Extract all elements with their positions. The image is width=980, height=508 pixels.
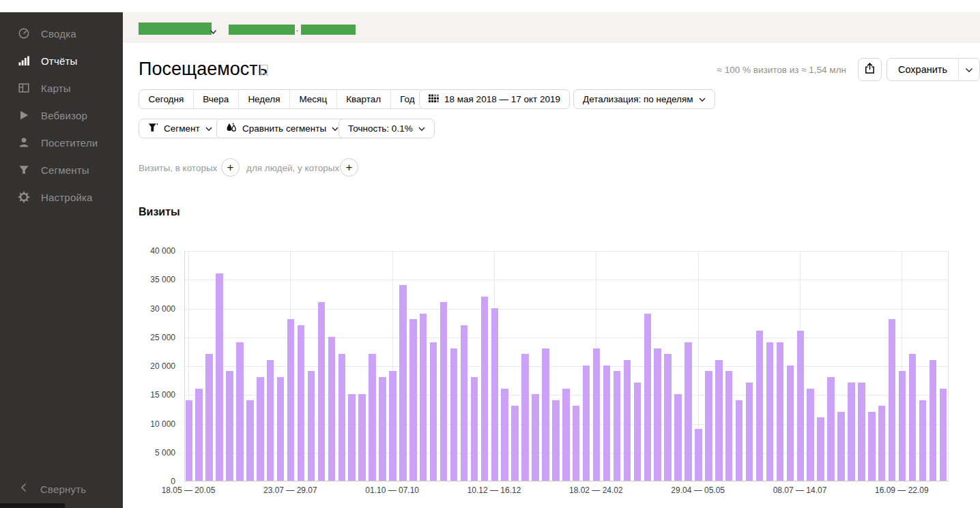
sidebar-item-webvisor[interactable]: Вебвизор bbox=[0, 102, 123, 129]
visits-bar[interactable] bbox=[195, 389, 203, 481]
sidebar-item-reports[interactable]: Отчёты bbox=[0, 47, 123, 74]
visits-bar[interactable] bbox=[705, 371, 712, 481]
visits-bar[interactable] bbox=[236, 342, 244, 481]
sidebar-item-visitors[interactable]: Посетители bbox=[0, 129, 123, 156]
period-quarter[interactable]: Квартал bbox=[336, 90, 390, 108]
visits-bar[interactable] bbox=[593, 348, 601, 481]
compare-segments-button[interactable]: Сравнить сегменты bbox=[216, 119, 348, 138]
sidebar-item-maps[interactable]: Карты bbox=[0, 74, 123, 102]
visits-bar[interactable] bbox=[603, 365, 611, 481]
accuracy-button[interactable]: Точность: 0.1% bbox=[338, 119, 435, 138]
visits-bar[interactable] bbox=[338, 354, 346, 481]
visits-bar[interactable] bbox=[246, 400, 254, 481]
period-month[interactable]: Месяц bbox=[289, 90, 336, 108]
visits-bar[interactable] bbox=[715, 360, 723, 481]
visits-bar[interactable] bbox=[450, 348, 458, 481]
visits-bar[interactable] bbox=[919, 400, 927, 481]
visits-bar[interactable] bbox=[399, 285, 407, 481]
visits-bar[interactable] bbox=[674, 394, 682, 481]
visits-bar[interactable] bbox=[940, 389, 947, 481]
visits-bar[interactable] bbox=[226, 371, 233, 481]
visits-bar[interactable] bbox=[511, 406, 519, 481]
period-yesterday[interactable]: Вчера bbox=[193, 90, 238, 108]
bookmark-icon[interactable] bbox=[259, 64, 269, 80]
visits-bar[interactable] bbox=[573, 406, 580, 481]
save-dropdown-button[interactable] bbox=[958, 59, 979, 80]
detail-level-button[interactable]: Детализация: по неделям bbox=[573, 89, 715, 109]
visits-bar[interactable] bbox=[491, 308, 499, 481]
visits-bar[interactable] bbox=[664, 354, 672, 481]
sidebar-item-summary[interactable]: Сводка bbox=[0, 20, 123, 47]
visits-bar[interactable] bbox=[369, 354, 376, 481]
visits-bar[interactable] bbox=[848, 383, 855, 481]
visits-bar[interactable] bbox=[440, 302, 448, 481]
visits-bar[interactable] bbox=[837, 412, 845, 481]
visits-bar[interactable] bbox=[257, 377, 264, 481]
sidebar-item-segments[interactable]: Сегменты bbox=[0, 156, 123, 183]
visits-bar[interactable] bbox=[521, 354, 529, 481]
visits-bar[interactable] bbox=[634, 383, 642, 481]
visits-bar[interactable] bbox=[471, 377, 478, 481]
visits-bar[interactable] bbox=[186, 400, 193, 481]
visits-bar[interactable] bbox=[318, 302, 326, 481]
visits-bar[interactable] bbox=[827, 377, 835, 481]
visits-bar[interactable] bbox=[420, 314, 427, 481]
visits-bar[interactable] bbox=[929, 360, 937, 481]
visits-bar[interactable] bbox=[267, 360, 274, 481]
visits-bar[interactable] bbox=[298, 325, 305, 481]
add-visit-condition-button[interactable]: + bbox=[221, 158, 240, 177]
visits-bar[interactable] bbox=[552, 400, 560, 481]
visits-bar[interactable] bbox=[736, 400, 743, 481]
visits-bar[interactable] bbox=[358, 394, 366, 481]
visits-bar[interactable] bbox=[501, 389, 508, 481]
visits-bar[interactable] bbox=[878, 406, 886, 481]
visits-bar[interactable] bbox=[348, 394, 356, 481]
save-button[interactable]: Сохранить bbox=[887, 59, 958, 80]
visits-bar[interactable] bbox=[684, 342, 692, 481]
visits-bar[interactable] bbox=[481, 297, 489, 481]
visits-bar[interactable] bbox=[287, 319, 295, 481]
visits-bar[interactable] bbox=[308, 371, 315, 481]
visits-bar[interactable] bbox=[899, 371, 906, 481]
sidebar-item-settings[interactable]: Настройка bbox=[0, 183, 123, 211]
segment-button[interactable]: Сегмент bbox=[139, 119, 222, 138]
redacted-counter-domain[interactable] bbox=[229, 25, 295, 35]
visits-bar[interactable] bbox=[562, 389, 570, 481]
visits-bar[interactable] bbox=[430, 342, 437, 481]
visits-bar[interactable] bbox=[858, 383, 865, 481]
visits-bar[interactable] bbox=[889, 319, 896, 481]
visits-bar[interactable] bbox=[654, 348, 661, 481]
visits-bar[interactable] bbox=[379, 377, 386, 481]
period-week[interactable]: Неделя bbox=[238, 90, 289, 108]
visits-bar[interactable] bbox=[695, 429, 702, 481]
visits-bar[interactable] bbox=[807, 389, 814, 481]
visits-bar[interactable] bbox=[644, 314, 652, 481]
visits-bar[interactable] bbox=[389, 371, 397, 481]
visits-bar[interactable] bbox=[787, 365, 794, 481]
visits-bar[interactable] bbox=[205, 354, 213, 481]
visits-bar[interactable] bbox=[216, 273, 223, 481]
visits-bar[interactable] bbox=[766, 342, 774, 481]
visits-bar[interactable] bbox=[532, 394, 539, 481]
redacted-counter-id[interactable] bbox=[301, 25, 356, 35]
add-people-condition-button[interactable]: + bbox=[340, 158, 358, 177]
visits-bar[interactable] bbox=[328, 337, 336, 481]
visits-bar[interactable] bbox=[583, 365, 590, 481]
visits-bar[interactable] bbox=[756, 331, 764, 481]
visits-bar[interactable] bbox=[725, 371, 733, 481]
visits-bar[interactable] bbox=[461, 325, 468, 481]
visits-bar[interactable] bbox=[817, 417, 824, 481]
visits-bar[interactable] bbox=[777, 342, 784, 481]
visits-bar[interactable] bbox=[624, 360, 631, 481]
visits-bar[interactable] bbox=[409, 319, 417, 481]
visits-bar[interactable] bbox=[797, 331, 805, 481]
sidebar-collapse-button[interactable]: Свернуть bbox=[0, 475, 123, 503]
visits-bar[interactable] bbox=[868, 412, 876, 481]
chevron-down-icon[interactable] bbox=[210, 25, 217, 38]
date-range-button[interactable]: 18 мая 2018 — 17 окт 2019 bbox=[419, 89, 570, 109]
export-button[interactable] bbox=[858, 58, 882, 81]
visits-bar[interactable] bbox=[909, 354, 917, 481]
period-today[interactable]: Сегодня bbox=[139, 90, 193, 108]
visits-bar[interactable] bbox=[746, 383, 753, 481]
visits-bar[interactable] bbox=[542, 348, 549, 481]
